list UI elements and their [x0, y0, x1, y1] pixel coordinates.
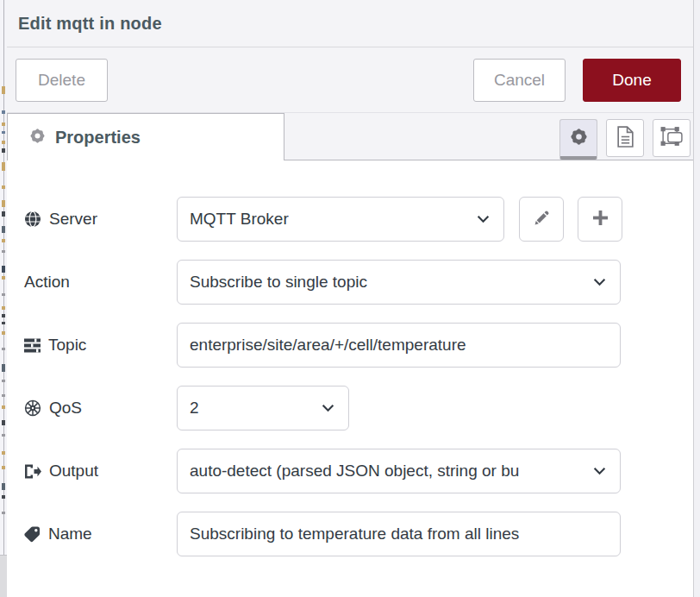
- workspace-edge-tick: [2, 148, 5, 153]
- node-properties-form: Server MQTT Broker: [7, 160, 693, 556]
- form-row-server: Server MQTT Broker: [24, 197, 693, 242]
- qos-select[interactable]: 2: [177, 386, 349, 430]
- scrollbar-gutter: [693, 0, 700, 597]
- workspace-edge-tick: [2, 211, 5, 217]
- server-label-text: Server: [49, 210, 97, 229]
- edit-server-button[interactable]: [519, 197, 564, 242]
- tab-properties-label: Properties: [55, 128, 141, 148]
- workspace-edge-tick: [2, 141, 5, 144]
- pencil-icon: [533, 210, 550, 229]
- workspace-edge-tick: [2, 364, 5, 372]
- gear-icon: [569, 127, 589, 150]
- workspace-edge-tick: [2, 293, 5, 296]
- action-select-value: Subscribe to single topic: [190, 273, 586, 292]
- form-row-action: Action Subscribe to single topic: [24, 260, 693, 305]
- workspace-edge-tick: [2, 420, 5, 425]
- output-select[interactable]: auto-detect (parsed JSON object, string …: [177, 449, 621, 493]
- dialog-title: Edit mqtt in node: [18, 14, 162, 34]
- chevron-down-icon: [322, 404, 334, 412]
- topic-label-text: Topic: [48, 336, 86, 355]
- plus-icon: [592, 210, 609, 229]
- qos-label-text: QoS: [49, 399, 82, 418]
- done-button[interactable]: Done: [583, 59, 681, 102]
- workspace-edge-tick: [2, 200, 5, 207]
- topic-input[interactable]: [177, 323, 621, 368]
- editor-icon-tabs: [559, 119, 691, 160]
- action-label: Action: [24, 273, 177, 292]
- output-label-text: Output: [49, 462, 98, 481]
- qos-select-value: 2: [190, 399, 315, 418]
- empire-icon: [24, 399, 41, 417]
- workspace-edge-tick: [2, 466, 5, 469]
- tasks-icon: [24, 338, 41, 353]
- add-server-button[interactable]: [578, 197, 622, 242]
- workspace-edge-tick: [2, 495, 5, 499]
- workspace-edge-tick: [2, 226, 5, 233]
- topic-label: Topic: [24, 336, 177, 355]
- chevron-down-icon: [593, 278, 606, 286]
- workspace-edge-tick: [2, 348, 5, 350]
- workspace-edge-tick: [2, 250, 5, 253]
- workspace-edge-tick: [2, 394, 5, 397]
- workspace-edge-tick: [2, 185, 5, 189]
- form-row-topic: Topic: [24, 323, 693, 368]
- workspace-edge-tick: [2, 123, 5, 126]
- name-label: Name: [24, 525, 177, 544]
- tab-appearance-icon-button[interactable]: [653, 119, 691, 157]
- workspace-edge-tick: [2, 483, 5, 490]
- workspace-edge-tick: [2, 110, 5, 114]
- output-label: Output: [24, 462, 177, 481]
- edit-node-tray: Edit mqtt in node Delete Cancel Done Pro…: [7, 0, 693, 597]
- workspace-edge-tick: [2, 380, 5, 382]
- server-label: Server: [24, 210, 177, 229]
- workspace-edge-tick: [2, 322, 5, 324]
- tab-properties-icon-button[interactable]: [559, 119, 597, 160]
- name-input[interactable]: [177, 512, 621, 556]
- server-select-value: MQTT Broker: [190, 210, 470, 229]
- action-label-text: Action: [24, 273, 70, 292]
- workspace-edge-tick: [2, 314, 5, 317]
- name-label-text: Name: [48, 525, 92, 544]
- chevron-down-icon: [593, 467, 606, 475]
- tray-toolbar: Delete Cancel Done: [7, 47, 693, 113]
- workspace-edge-tick: [2, 131, 5, 134]
- editor-tab-bar: Properties: [7, 113, 693, 160]
- server-select[interactable]: MQTT Broker: [177, 197, 504, 242]
- workspace-edge-tick: [2, 331, 5, 335]
- tag-icon: [24, 526, 41, 543]
- workspace-edge-tick: [2, 86, 5, 94]
- document-icon: [616, 126, 634, 151]
- workspace-edge-tick: [2, 276, 5, 280]
- action-select[interactable]: Subscribe to single topic: [177, 260, 621, 305]
- workspace-edge-tick: [2, 306, 5, 310]
- output-select-value: auto-detect (parsed JSON object, string …: [190, 462, 586, 481]
- form-row-name: Name: [24, 512, 693, 556]
- workspace-edge-tick: [2, 434, 5, 437]
- workspace-edge-tick: [2, 266, 5, 273]
- tab-description-icon-button[interactable]: [606, 119, 644, 157]
- form-row-qos: QoS 2: [24, 386, 693, 430]
- gear-icon: [28, 127, 47, 148]
- workspace-edge-tick: [2, 405, 5, 409]
- chevron-down-icon: [477, 215, 490, 223]
- workspace-edge-tick: [2, 239, 5, 242]
- toolbar-right-group: Cancel Done: [473, 59, 681, 102]
- workspace-edge-tick: [2, 512, 5, 514]
- delete-button[interactable]: Delete: [16, 59, 108, 102]
- workspace-edge-tick: [2, 451, 5, 455]
- qos-label: QoS: [24, 399, 177, 418]
- appearance-icon: [659, 125, 684, 152]
- cancel-button[interactable]: Cancel: [473, 59, 566, 102]
- workspace-edge: [0, 0, 7, 597]
- sign-out-icon: [24, 464, 41, 479]
- globe-icon: [24, 211, 41, 228]
- tray-header: Edit mqtt in node: [7, 0, 693, 47]
- workspace-edge-footer: [0, 555, 7, 597]
- tab-properties[interactable]: Properties: [7, 113, 284, 160]
- form-row-output: Output auto-detect (parsed JSON object, …: [24, 449, 693, 493]
- workspace-edge-tick: [2, 162, 5, 171]
